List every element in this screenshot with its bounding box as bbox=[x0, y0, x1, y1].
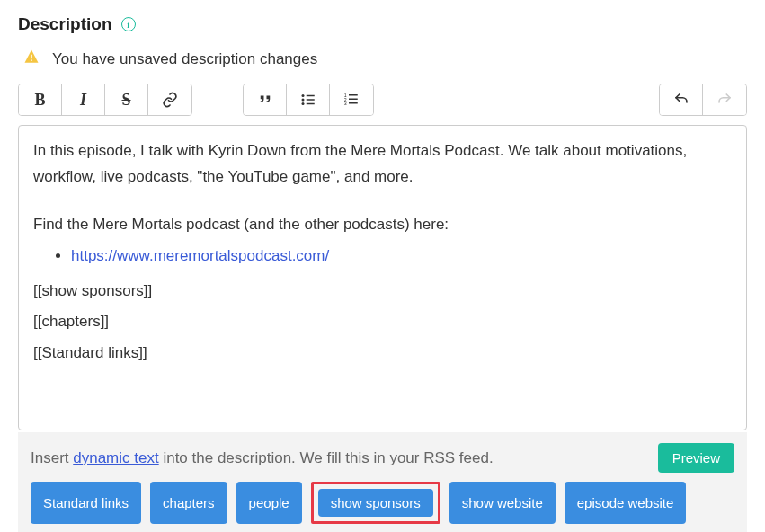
info-icon[interactable]: i bbox=[121, 17, 136, 31]
strikethrough-button[interactable]: S bbox=[105, 84, 148, 115]
section-title: Description bbox=[18, 14, 112, 34]
highlight-box: show sponsors bbox=[311, 482, 440, 524]
bold-button[interactable]: B bbox=[19, 84, 62, 115]
link-button[interactable] bbox=[148, 84, 191, 115]
editor-paragraph: Find the Mere Mortals podcast (and the o… bbox=[33, 212, 732, 238]
italic-button[interactable]: I bbox=[62, 84, 105, 115]
chip-standard-links[interactable]: Standard links bbox=[31, 482, 141, 524]
footer-area: Insert dynamic text into the description… bbox=[18, 432, 747, 532]
svg-point-3 bbox=[301, 99, 304, 102]
svg-rect-0 bbox=[31, 55, 32, 59]
blockquote-button[interactable] bbox=[244, 84, 287, 115]
shortcode: [[Standard links]] bbox=[33, 341, 732, 367]
chip-people[interactable]: people bbox=[236, 482, 302, 524]
editor-paragraph: In this episode, I talk with Kyrin Down … bbox=[33, 138, 732, 191]
description-editor[interactable]: In this episode, I talk with Kyrin Down … bbox=[18, 125, 747, 430]
svg-text:3: 3 bbox=[344, 101, 347, 106]
list-item: https://www.meremortalspodcast.com/ bbox=[71, 244, 732, 270]
editor-link[interactable]: https://www.meremortalspodcast.com/ bbox=[71, 247, 329, 264]
svg-rect-12 bbox=[349, 99, 358, 101]
redo-button[interactable] bbox=[703, 84, 746, 115]
unordered-list-button[interactable] bbox=[287, 84, 330, 115]
svg-point-2 bbox=[301, 94, 304, 97]
svg-point-4 bbox=[301, 102, 304, 105]
dynamic-text-link[interactable]: dynamic text bbox=[73, 449, 158, 466]
editor-toolbar: B I S 123 bbox=[18, 84, 747, 116]
svg-rect-7 bbox=[306, 103, 314, 105]
undo-button[interactable] bbox=[660, 84, 703, 115]
warning-triangle-icon bbox=[23, 49, 40, 69]
preview-button[interactable]: Preview bbox=[658, 443, 734, 473]
chip-show-sponsors[interactable]: show sponsors bbox=[318, 489, 433, 517]
shortcode: [[show sponsors]] bbox=[33, 279, 732, 305]
warning-text: You have unsaved description changes bbox=[52, 50, 317, 68]
chip-chapters[interactable]: chapters bbox=[150, 482, 227, 524]
chip-show-website[interactable]: show website bbox=[449, 482, 556, 524]
unsaved-warning: You have unsaved description changes bbox=[18, 49, 747, 69]
svg-rect-5 bbox=[306, 95, 314, 97]
chip-episode-website[interactable]: episode website bbox=[565, 482, 687, 524]
svg-rect-13 bbox=[349, 102, 358, 104]
svg-rect-1 bbox=[31, 59, 32, 61]
svg-rect-6 bbox=[306, 99, 314, 101]
shortcode: [[chapters]] bbox=[33, 309, 732, 335]
ordered-list-button[interactable]: 123 bbox=[330, 84, 373, 115]
svg-rect-11 bbox=[349, 94, 358, 96]
insert-hint: Insert dynamic text into the description… bbox=[31, 449, 494, 467]
